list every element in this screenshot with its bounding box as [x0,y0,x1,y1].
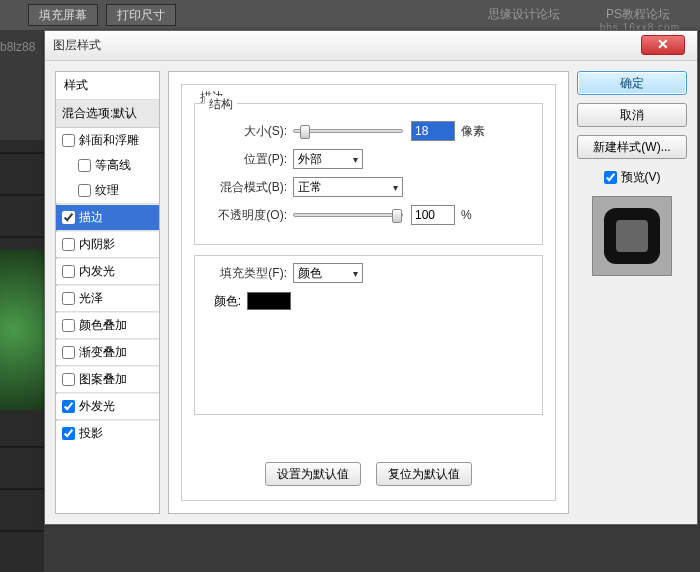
opacity-slider[interactable] [293,213,403,217]
fill-type-label: 填充类型(F): [203,265,293,282]
layer-style-dialog: 图层样式 ✕ 样式 混合选项:默认 斜面和浮雕 等高线 纹理 描边 [44,30,698,525]
style-item-stroke[interactable]: 描边 [56,205,159,230]
opacity-label: 不透明度(O): [203,207,293,224]
style-label: 内发光 [79,263,115,280]
dialog-title: 图层样式 [53,37,101,54]
opacity-input[interactable] [411,205,455,225]
preview-label: 预览(V) [621,169,661,186]
style-label: 外发光 [79,398,115,415]
style-check-inner-glow[interactable] [62,265,75,278]
fill-type-combo[interactable]: 颜色 [293,263,363,283]
bg-forum-text: PS教程论坛 [606,6,670,23]
ok-button[interactable]: 确定 [577,71,687,95]
structure-legend: 结构 [205,96,237,113]
style-check-gradient-overlay[interactable] [62,346,75,359]
blend-mode-label: 混合模式(B): [203,179,293,196]
style-label: 等高线 [95,157,131,174]
style-check-bevel[interactable] [62,134,75,147]
close-button[interactable]: ✕ [641,35,685,55]
position-combo[interactable]: 外部 [293,149,363,169]
blend-mode-combo[interactable]: 正常 [293,177,403,197]
print-size-button[interactable]: 打印尺寸 [106,4,176,26]
styles-list: 样式 混合选项:默认 斜面和浮雕 等高线 纹理 描边 内阴影 [55,71,160,514]
style-item-satin[interactable]: 光泽 [56,286,159,311]
dialog-actions: 确定 取消 新建样式(W)... 预览(V) [577,71,687,514]
bg-left-text: b8lz88 [0,40,35,54]
style-label: 渐变叠加 [79,344,127,361]
style-check-stroke[interactable] [62,211,75,224]
style-check-texture[interactable] [78,184,91,197]
style-check-drop-shadow[interactable] [62,427,75,440]
opacity-unit: % [461,208,472,222]
style-item-pattern-overlay[interactable]: 图案叠加 [56,367,159,392]
style-item-texture[interactable]: 纹理 [56,178,159,203]
style-item-bevel[interactable]: 斜面和浮雕 [56,128,159,153]
style-item-drop-shadow[interactable]: 投影 [56,421,159,446]
style-check-inner-shadow[interactable] [62,238,75,251]
style-label: 光泽 [79,290,103,307]
style-label: 颜色叠加 [79,317,127,334]
style-label: 斜面和浮雕 [79,132,139,149]
style-item-outer-glow[interactable]: 外发光 [56,394,159,419]
size-slider[interactable] [293,129,403,133]
style-label: 图案叠加 [79,371,127,388]
style-check-color-overlay[interactable] [62,319,75,332]
size-input[interactable] [411,121,455,141]
style-check-contour[interactable] [78,159,91,172]
color-swatch[interactable] [247,292,291,310]
blend-options-default[interactable]: 混合选项:默认 [56,100,159,128]
make-default-button[interactable]: 设置为默认值 [265,462,361,486]
preview-shape [604,208,660,264]
bg-site-text: 思缘设计论坛 [488,6,560,23]
fill-group: 填充类型(F): 颜色 颜色: [194,255,543,415]
new-style-button[interactable]: 新建样式(W)... [577,135,687,159]
reset-default-button[interactable]: 复位为默认值 [376,462,472,486]
position-label: 位置(P): [203,151,293,168]
style-label: 描边 [79,209,103,226]
settings-panel: 描边 结构 大小(S): 像素 位置(P): 外部 混合模式(B): [168,71,569,514]
style-label: 内阴影 [79,236,115,253]
styles-heading[interactable]: 样式 [56,72,159,100]
dialog-titlebar[interactable]: 图层样式 ✕ [45,31,697,61]
size-label: 大小(S): [203,123,293,140]
style-check-satin[interactable] [62,292,75,305]
app-toolbar: 填充屏幕 打印尺寸 思缘设计论坛 PS教程论坛 [0,0,700,30]
style-item-color-overlay[interactable]: 颜色叠加 [56,313,159,338]
style-label: 投影 [79,425,103,442]
style-label: 纹理 [95,182,119,199]
preview-thumbnail [592,196,672,276]
size-unit: 像素 [461,123,485,140]
fill-screen-button[interactable]: 填充屏幕 [28,4,98,26]
cancel-button[interactable]: 取消 [577,103,687,127]
style-item-inner-shadow[interactable]: 内阴影 [56,232,159,257]
structure-group: 结构 大小(S): 像素 位置(P): 外部 混合模式(B): 正常 [194,103,543,245]
style-check-outer-glow[interactable] [62,400,75,413]
color-label: 颜色: [203,293,241,310]
bg-green-glow [0,250,44,410]
style-check-pattern-overlay[interactable] [62,373,75,386]
style-item-inner-glow[interactable]: 内发光 [56,259,159,284]
style-item-contour[interactable]: 等高线 [56,153,159,178]
preview-checkbox[interactable] [604,171,617,184]
preview-checkbox-row[interactable]: 预览(V) [577,169,687,186]
style-item-gradient-overlay[interactable]: 渐变叠加 [56,340,159,365]
